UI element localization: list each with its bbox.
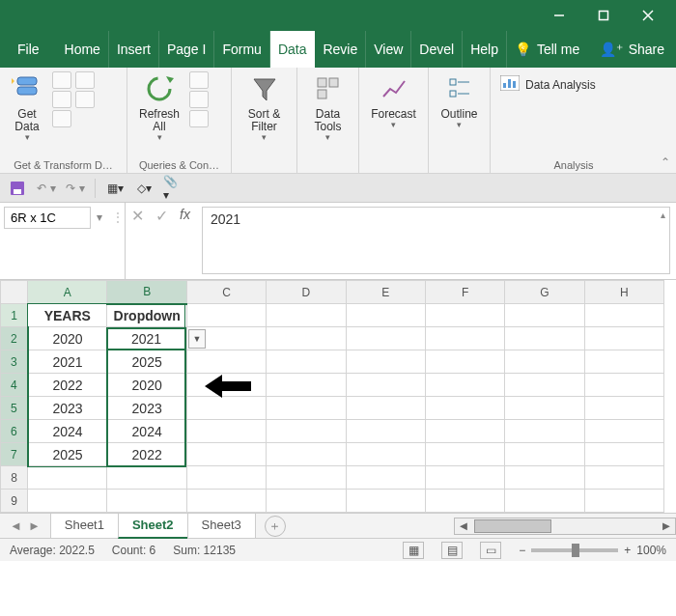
- maximize-button[interactable]: [581, 0, 626, 31]
- row-header-7[interactable]: 7: [1, 443, 28, 466]
- cell-B5[interactable]: 2023: [107, 397, 186, 420]
- cancel-icon[interactable]: ✕: [131, 207, 144, 225]
- cell[interactable]: [346, 466, 425, 490]
- refresh-all-button[interactable]: Refresh All ▾: [133, 71, 185, 145]
- cell[interactable]: [186, 466, 266, 490]
- cell-B7[interactable]: 2022: [107, 443, 186, 466]
- cell[interactable]: [186, 490, 266, 513]
- cell-B1[interactable]: Dropdown: [107, 304, 186, 327]
- view-normal-icon[interactable]: ▦: [403, 542, 424, 559]
- formula-input[interactable]: 2021 ▴: [202, 207, 670, 274]
- row-header-2[interactable]: 2: [1, 327, 28, 350]
- col-header-F[interactable]: F: [425, 281, 504, 304]
- cell-B3[interactable]: 2025: [107, 350, 186, 374]
- cell[interactable]: [505, 490, 584, 513]
- view-page-break-icon[interactable]: ▭: [480, 542, 501, 559]
- cell[interactable]: [584, 466, 663, 490]
- view-page-layout-icon[interactable]: ▤: [441, 542, 463, 559]
- sheet-tab-2[interactable]: Sheet2: [118, 514, 188, 539]
- col-header-D[interactable]: D: [267, 281, 346, 304]
- col-header-E[interactable]: E: [346, 281, 425, 304]
- cell[interactable]: [267, 350, 346, 374]
- cell[interactable]: [584, 304, 663, 327]
- scroll-thumb[interactable]: [474, 519, 551, 533]
- sheet-tab-3[interactable]: Sheet3: [187, 514, 256, 539]
- cell[interactable]: [186, 420, 266, 443]
- cell[interactable]: [584, 350, 663, 374]
- select-all-corner[interactable]: [1, 281, 28, 304]
- name-box[interactable]: [4, 207, 91, 229]
- cell-A6[interactable]: 2024: [28, 420, 107, 443]
- cell[interactable]: [505, 397, 584, 420]
- row-header-9[interactable]: 9: [1, 490, 28, 513]
- cell[interactable]: [505, 350, 584, 374]
- cell[interactable]: [346, 327, 425, 350]
- cell[interactable]: [584, 443, 663, 466]
- cell[interactable]: [505, 443, 584, 466]
- file-tab[interactable]: File: [0, 31, 57, 68]
- tab-developer[interactable]: Devel: [411, 31, 463, 68]
- cell[interactable]: [425, 443, 504, 466]
- qa-custom1-icon[interactable]: ▦▾: [105, 179, 125, 198]
- fx-icon[interactable]: fx: [180, 207, 190, 222]
- tab-review[interactable]: Revie: [315, 31, 366, 68]
- cell[interactable]: [107, 466, 186, 490]
- cell[interactable]: [346, 490, 425, 513]
- tell-me[interactable]: 💡 Tell me: [515, 42, 579, 57]
- sheet-nav-prev-icon[interactable]: ◄: [10, 518, 22, 533]
- cell-A7[interactable]: 2025: [28, 443, 107, 466]
- cell[interactable]: [267, 374, 346, 397]
- undo-icon[interactable]: ↶ ▾: [37, 179, 56, 198]
- zoom-thumb[interactable]: [572, 544, 579, 557]
- cell[interactable]: [346, 350, 425, 374]
- cell[interactable]: [267, 420, 346, 443]
- col-header-H[interactable]: H: [584, 281, 663, 304]
- cell[interactable]: [505, 327, 584, 350]
- cell[interactable]: [505, 420, 584, 443]
- cell[interactable]: [186, 304, 266, 327]
- redo-icon[interactable]: ↷ ▾: [66, 179, 85, 198]
- scroll-left-icon[interactable]: ◄: [455, 518, 472, 533]
- edit-links-icon[interactable]: [189, 110, 209, 127]
- zoom-level[interactable]: 100%: [636, 544, 666, 557]
- from-web-icon[interactable]: [52, 91, 71, 108]
- row-header-4[interactable]: 4: [1, 374, 28, 397]
- tab-insert[interactable]: Insert: [109, 31, 159, 68]
- cell[interactable]: [584, 420, 663, 443]
- sheet-tab-1[interactable]: Sheet1: [50, 514, 119, 539]
- attach-icon[interactable]: 📎▾: [163, 179, 183, 198]
- cell[interactable]: [346, 304, 425, 327]
- outline-button[interactable]: Outline ▾: [435, 71, 484, 132]
- qa-custom2-icon[interactable]: ◇▾: [134, 179, 154, 198]
- tab-formulas[interactable]: Formu: [214, 31, 269, 68]
- queries-connections-icon[interactable]: [189, 71, 209, 89]
- cell[interactable]: [267, 327, 346, 350]
- cell-B6[interactable]: 2024: [107, 420, 186, 443]
- col-header-G[interactable]: G: [505, 281, 584, 304]
- cell[interactable]: [346, 420, 425, 443]
- cell[interactable]: [425, 350, 504, 374]
- cell[interactable]: [28, 466, 107, 490]
- cell[interactable]: [505, 466, 584, 490]
- row-header-8[interactable]: 8: [1, 466, 28, 490]
- cell[interactable]: [584, 327, 663, 350]
- cell[interactable]: [425, 420, 504, 443]
- cell[interactable]: [425, 327, 504, 350]
- new-sheet-button[interactable]: ＋: [265, 516, 286, 537]
- zoom-slider[interactable]: [531, 548, 618, 552]
- sort-filter-button[interactable]: Sort & Filter ▾: [238, 71, 291, 145]
- cell[interactable]: [425, 374, 504, 397]
- row-header-3[interactable]: 3: [1, 350, 28, 374]
- forecast-button[interactable]: Forecast ▾: [365, 71, 422, 132]
- scroll-right-icon[interactable]: ►: [658, 518, 675, 533]
- row-header-5[interactable]: 5: [1, 397, 28, 420]
- cell-A2[interactable]: 2020: [28, 327, 107, 350]
- save-icon[interactable]: [8, 179, 27, 198]
- zoom-out-icon[interactable]: −: [519, 544, 525, 557]
- cell[interactable]: [584, 397, 663, 420]
- col-header-B[interactable]: B: [107, 281, 186, 304]
- cell[interactable]: [267, 304, 346, 327]
- cell[interactable]: [267, 466, 346, 490]
- from-table-icon[interactable]: [52, 110, 71, 127]
- cell-A1[interactable]: YEARS: [28, 304, 107, 327]
